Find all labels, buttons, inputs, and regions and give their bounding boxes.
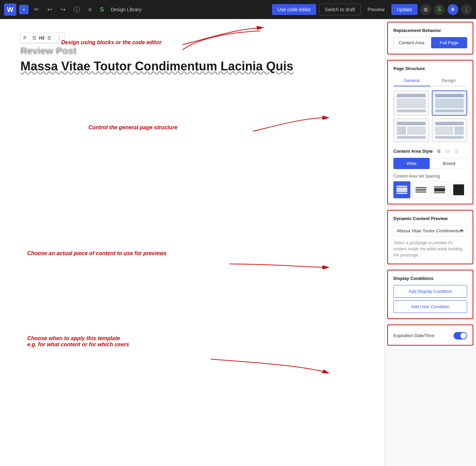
- style-device-icons: 🖥 ▭ ▯: [436, 148, 460, 154]
- strudel-icon[interactable]: S: [97, 4, 107, 15]
- dynamic-content-select[interactable]: Massa Vitae Toutor Condimentum L...: [393, 225, 467, 236]
- tab-design[interactable]: Design: [430, 75, 468, 86]
- toolbar-divider: [29, 34, 30, 41]
- spacing-medium-button[interactable]: [431, 181, 448, 198]
- page-structure-title: Page Structure: [393, 66, 467, 71]
- annotation-2: Control the general page structure: [88, 124, 177, 131]
- switch-to-draft-button[interactable]: Switch to draft: [319, 4, 361, 15]
- layout-col-main4: [435, 127, 454, 135]
- layout-option-2[interactable]: [432, 90, 468, 116]
- page-structure-section: Page Structure General Design: [387, 60, 473, 204]
- wp-logo-icon[interactable]: W: [4, 3, 16, 16]
- content-area-style-row: Content Area Style 🖥 ▭ ▯: [393, 148, 467, 154]
- settings-icon[interactable]: ⚙: [420, 4, 431, 15]
- spacing-section: Content Area Vel Spacing: [393, 174, 467, 198]
- layout-two-col-4: [435, 127, 464, 135]
- layout-header-bar4: [435, 122, 464, 125]
- info-icon[interactable]: ⓘ: [71, 3, 83, 16]
- spacing-large-button[interactable]: [450, 181, 467, 198]
- update-button[interactable]: Update: [391, 4, 418, 15]
- annotation-3: Choose an actual piece of content to use…: [27, 250, 167, 256]
- layout-content-bar: [397, 99, 426, 108]
- spacing-buttons: [393, 181, 467, 198]
- display-conditions-section: Display Conditions Add Display Condition…: [387, 270, 473, 319]
- replacement-behavior-title: Replacement Behavior: [393, 28, 467, 33]
- design-library-label: Design Library: [111, 7, 141, 12]
- full-page-button[interactable]: Full Page: [431, 37, 468, 48]
- h2-label[interactable]: H2: [39, 35, 45, 40]
- content-area-style-buttons: Wide Boxed: [393, 158, 467, 169]
- redo-icon[interactable]: ↪: [58, 4, 68, 15]
- layout-option-1[interactable]: [393, 90, 429, 116]
- layout-col-main3: [407, 127, 426, 135]
- preview-button[interactable]: Preview: [363, 4, 389, 15]
- content-area-style-title: Content Area Style: [393, 149, 433, 154]
- main-layout: P ☰ H2 ☰ ⋮ Review Post Massa Vitae Touto…: [0, 19, 476, 466]
- layout-col-side4: [455, 127, 464, 135]
- layout-header-bar3: [397, 122, 426, 125]
- annotation-arrows: [0, 19, 384, 466]
- post-title-main: Massa Vitae Toutor Condimentum Lacinia Q…: [20, 59, 364, 73]
- align-left-icon[interactable]: ☰: [32, 35, 36, 40]
- list-icon[interactable]: ≡: [85, 4, 95, 15]
- pencil-icon[interactable]: ✏: [31, 4, 42, 15]
- mobile-icon[interactable]: ▯: [453, 148, 460, 154]
- expiration-section: Expiration Date/Time: [387, 324, 473, 346]
- layout-option-3[interactable]: [393, 118, 429, 142]
- use-code-editor-button[interactable]: Use code editor: [272, 4, 316, 15]
- spacing-none-icon: [395, 183, 409, 197]
- align-center-icon[interactable]: ☰: [47, 35, 51, 40]
- display-conditions-title: Display Conditions: [393, 276, 467, 281]
- replacement-behavior-section: Replacement Behavior Content Area Full P…: [387, 22, 473, 54]
- layout-options-grid: [393, 90, 467, 142]
- annotation-4: Choose when to apply this template e.g. …: [27, 335, 129, 348]
- replacement-behavior-buttons: Content Area Full Page: [393, 37, 467, 48]
- page-structure-tabs: General Design: [393, 75, 467, 86]
- toolbar-divider2: [54, 34, 54, 41]
- spacing-small-icon: [414, 183, 428, 197]
- expiration-toggle[interactable]: [454, 332, 467, 339]
- wide-button[interactable]: Wide: [393, 158, 430, 169]
- dynamic-content-title: Dynamic Content Preview: [393, 216, 467, 221]
- dynamic-content-hint: Select a post/page to preview it's conte…: [393, 240, 467, 258]
- layout-option-4[interactable]: [432, 118, 468, 142]
- post-title-blurred: Review Post: [20, 46, 364, 56]
- layout-col-side3: [397, 127, 406, 135]
- spacing-small-button[interactable]: [412, 181, 429, 198]
- main-toolbar: W + ✏ ↩ ↪ ⓘ ≡ S Design Library Use code …: [0, 0, 476, 19]
- boxed-button[interactable]: Boxed: [431, 158, 468, 169]
- spacing-medium-icon: [433, 183, 447, 197]
- content-area-button[interactable]: Content Area: [393, 37, 430, 48]
- layout-header-bar2: [435, 94, 464, 97]
- expiration-row: Expiration Date/Time: [393, 332, 467, 339]
- annotation-1: Design using blocks or the code editor: [61, 39, 162, 46]
- add-display-condition-button[interactable]: Add Display Condition: [393, 285, 467, 298]
- layout-footer-bar2: [435, 110, 464, 112]
- desktop-icon[interactable]: 🖥: [436, 148, 442, 154]
- tablet-icon[interactable]: ▭: [444, 148, 451, 154]
- content-area: P ☰ H2 ☰ ⋮ Review Post Massa Vitae Touto…: [0, 19, 384, 466]
- layout-footer-bar: [397, 110, 426, 112]
- spacing-large-icon: [453, 184, 464, 195]
- user-avatar-s[interactable]: S: [434, 4, 445, 15]
- layout-footer-bar4: [435, 136, 464, 139]
- plugin-icon[interactable]: B: [447, 4, 458, 15]
- spacing-none-button[interactable]: [393, 181, 410, 198]
- block-toolbar: P ☰ H2 ☰ ⋮: [20, 33, 65, 43]
- layout-footer-bar3: [397, 136, 426, 139]
- layout-two-col-3: [397, 127, 426, 135]
- tab-general[interactable]: General: [393, 75, 430, 86]
- right-panel: Replacement Behavior Content Area Full P…: [384, 19, 476, 466]
- more-options-icon[interactable]: ⋮: [461, 4, 472, 15]
- expiration-label: Expiration Date/Time: [393, 333, 435, 338]
- add-button[interactable]: +: [19, 5, 29, 14]
- dynamic-content-preview-section: Dynamic Content Preview Massa Vitae Tout…: [387, 210, 473, 264]
- undo-icon[interactable]: ↩: [45, 4, 55, 15]
- layout-header-bar: [397, 94, 426, 97]
- paragraph-block-icon[interactable]: P: [23, 35, 27, 40]
- layout-content-bar2: [435, 99, 464, 108]
- spacing-section-title: Content Area Vel Spacing: [393, 174, 467, 179]
- add-user-condition-button[interactable]: Add User Condition: [393, 300, 467, 313]
